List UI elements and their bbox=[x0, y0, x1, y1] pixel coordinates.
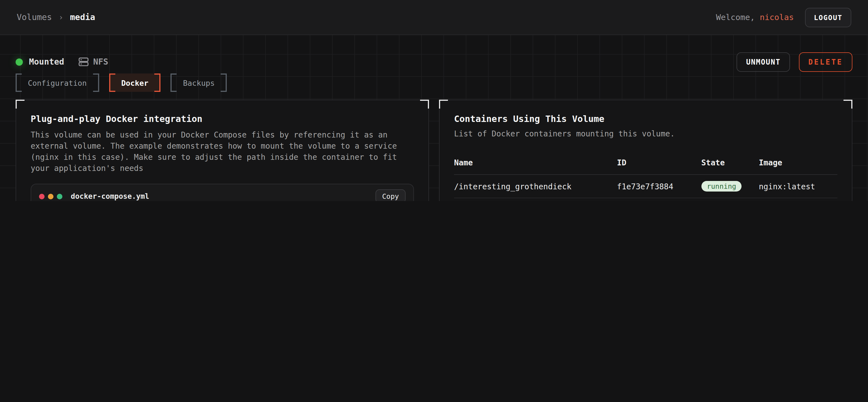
top-bar-right: Welcome, nicolas LOGOUT bbox=[716, 7, 851, 27]
traffic-light-green-icon bbox=[57, 194, 62, 199]
container-name: /intelligent_colden bbox=[454, 198, 617, 201]
containers-table: Name ID State Image /interesting_grothen… bbox=[454, 158, 837, 201]
column-header-id: ID bbox=[617, 158, 702, 174]
welcome-prefix: Welcome, bbox=[716, 13, 760, 22]
panel-corner-bracket bbox=[439, 100, 448, 108]
compose-copy-button[interactable]: Copy bbox=[375, 189, 406, 201]
compose-code-header: docker-compose.yml Copy bbox=[31, 184, 413, 201]
docker-panel-description: This volume can be used in your Docker C… bbox=[31, 129, 407, 174]
panel-corner-bracket bbox=[16, 100, 25, 108]
containers-panel-subtitle: List of Docker containers mounting this … bbox=[454, 129, 837, 138]
panel-corner-bracket bbox=[843, 100, 852, 108]
username: nicolas bbox=[760, 13, 794, 22]
compose-filename: docker-compose.yml bbox=[71, 192, 149, 200]
column-header-image: Image bbox=[759, 158, 837, 174]
containers-panel: Containers Using This Volume List of Doc… bbox=[439, 100, 852, 201]
container-id: f1e73e7f3884 bbox=[617, 174, 702, 198]
top-bar: Volumes › media Welcome, nicolas LOGOUT bbox=[0, 0, 868, 35]
breadcrumb-chevron-icon: › bbox=[59, 13, 63, 22]
panels-row: Plug-and-play Docker integration This vo… bbox=[16, 100, 852, 201]
breadcrumb-volumes-link[interactable]: Volumes bbox=[17, 12, 52, 22]
table-row: /interesting_grothendieck f1e73e7f3884 r… bbox=[454, 174, 837, 198]
volume-detail-page: Volumes › media Welcome, nicolas LOGOUT … bbox=[0, 0, 868, 201]
breadcrumb-current-volume: media bbox=[70, 12, 95, 22]
main-content: Mounted NFS UNMOUNT DELETE Configuration bbox=[0, 35, 868, 201]
tab-backups[interactable]: Backups bbox=[171, 73, 227, 92]
logout-button[interactable]: LOGOUT bbox=[805, 7, 851, 27]
mounted-status-dot-icon bbox=[16, 58, 23, 65]
welcome-text: Welcome, nicolas bbox=[716, 13, 794, 22]
tab-bar: Configuration Docker Backups bbox=[16, 73, 852, 92]
driver-indicator: NFS bbox=[78, 56, 108, 67]
status-row: Mounted NFS UNMOUNT DELETE bbox=[16, 35, 852, 71]
tab-docker[interactable]: Docker bbox=[109, 73, 161, 92]
container-image: nginx:latest bbox=[759, 198, 837, 201]
status-badge: running bbox=[702, 181, 742, 192]
panel-corner-bracket bbox=[420, 100, 429, 108]
server-stack-icon bbox=[78, 56, 89, 67]
containers-panel-title: Containers Using This Volume bbox=[454, 113, 837, 124]
breadcrumb: Volumes › media bbox=[17, 12, 95, 22]
table-row: /intelligent_colden 069e73016a88 exited … bbox=[454, 198, 837, 201]
mounted-status-label: Mounted bbox=[29, 57, 64, 67]
container-id: 069e73016a88 bbox=[617, 198, 702, 201]
docker-integration-panel: Plug-and-play Docker integration This vo… bbox=[16, 100, 429, 201]
traffic-light-red-icon bbox=[39, 194, 44, 199]
driver-label: NFS bbox=[93, 57, 108, 67]
tab-configuration[interactable]: Configuration bbox=[16, 73, 99, 92]
unmount-button[interactable]: UNMOUNT bbox=[737, 52, 790, 72]
column-header-state: State bbox=[702, 158, 759, 174]
column-header-name: Name bbox=[454, 158, 617, 174]
compose-code-block: docker-compose.yml Copy services: nginx:… bbox=[31, 184, 414, 201]
docker-panel-title: Plug-and-play Docker integration bbox=[31, 113, 414, 124]
delete-button[interactable]: DELETE bbox=[799, 52, 852, 72]
traffic-light-yellow-icon bbox=[48, 194, 54, 199]
container-name: /interesting_grothendieck bbox=[454, 174, 617, 198]
table-header-row: Name ID State Image bbox=[454, 158, 837, 174]
container-image: nginx:latest bbox=[759, 174, 837, 198]
